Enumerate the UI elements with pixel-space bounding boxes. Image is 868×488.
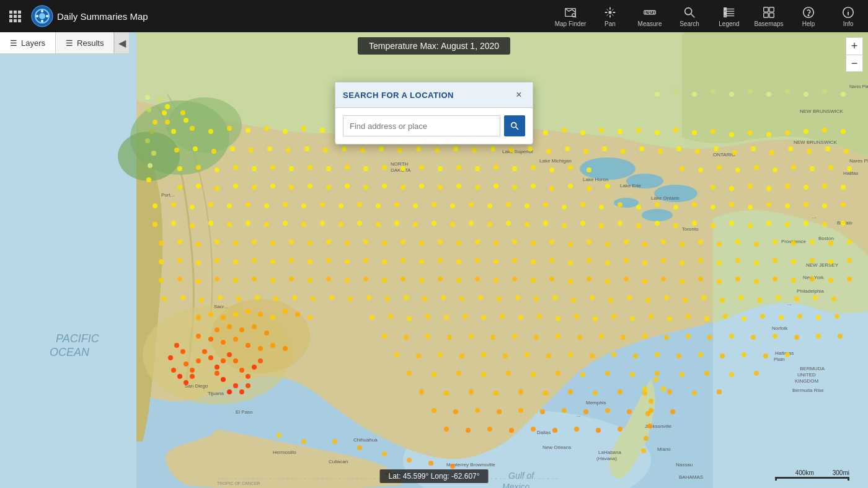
svg-text:Buffalo: Buffalo [837,220,852,226]
zoom-in-button[interactable]: + [846,37,863,55]
help-tool[interactable]: Help [789,0,828,32]
svg-text:Gulf of: Gulf of [508,471,535,481]
svg-point-681 [512,123,516,128]
basemaps-icon [762,6,776,19]
search-modal: SEARCH FOR A LOCATION × [335,82,533,144]
pan-tool[interactable]: Pan [590,0,630,32]
svg-line-9 [575,16,576,17]
svg-text:Culiacan: Culiacan [329,459,348,464]
svg-rect-29 [764,12,768,17]
apps-grid-button[interactable] [0,0,30,32]
sidebar-collapse-button[interactable]: ◀ [114,32,129,53]
map-finder-label: Map Finder [555,20,587,27]
info-icon [841,6,855,19]
svg-text:Port...: Port... [161,192,174,198]
location-search-input[interactable] [343,115,500,136]
help-label: Help [802,20,815,27]
svg-text:LaHabana: LaHabana [598,450,621,455]
scale-line: 400km 300mi [775,469,849,481]
results-tab[interactable]: ☰ Results [56,32,114,53]
map-finder-tool[interactable]: Map Finder [551,0,590,32]
svg-text:Toronto: Toronto [682,226,699,232]
svg-text:Bermuda Rise: Bermuda Rise [792,388,824,393]
search-button-icon [510,121,520,131]
svg-text:Hatteras: Hatteras [775,350,794,356]
svg-text:Lake Erie: Lake Erie [620,183,641,189]
svg-text:Hermosillo: Hermosillo [273,450,296,455]
svg-point-47 [614,198,639,208]
app-title: Daily Summaries Map [57,11,551,22]
svg-text:Mexico: Mexico [502,482,530,488]
svg-text:Monterrey Brownsville: Monterrey Brownsville [446,462,495,468]
top-navigation: Daily Summaries Map Map Finder Pan [0,0,868,32]
svg-text:Lake Superior: Lake Superior [502,149,533,154]
svg-text:Memphis: Memphis [586,400,606,406]
layers-tab[interactable]: ☰ Layers [0,32,56,53]
svg-point-6 [46,15,48,17]
search-modal-close-button[interactable]: × [513,89,525,101]
search-modal-title: SEARCH FOR A LOCATION [343,91,454,100]
svg-text:Tijuana: Tijuana [208,391,224,396]
svg-text:...: ... [577,412,581,418]
scale-bar: 400km 300mi [775,469,849,481]
svg-rect-26 [724,14,727,17]
scale-label-mi: 300mi [833,469,849,476]
svg-text:Miami: Miami [657,446,671,452]
svg-point-4 [41,20,43,22]
coordinates-badge: Lat: 45.599° Long: -62.607° [379,469,488,483]
measure-tool[interactable]: Measure [630,0,670,32]
legend-icon [722,6,736,19]
nav-tools: Map Finder Pan Measure [551,0,868,32]
info-tool[interactable]: Info [828,0,868,32]
svg-text:New Orleans: New Orleans [542,445,571,450]
location-search-button[interactable] [504,115,525,136]
svg-text:Lake Michigan: Lake Michigan [539,158,572,164]
map-container[interactable]: PACIFIC OCEAN Gulf of Mexico Sacr... San… [0,32,868,488]
zoom-out-button[interactable]: − [846,55,863,72]
noaa-logo [31,5,53,27]
svg-point-49 [211,299,310,373]
collapse-icon: ◀ [118,37,126,49]
svg-point-10 [609,11,611,14]
sidebar: ☰ Layers ☰ Results ◀ [0,32,129,488]
search-label: Search [680,20,699,27]
svg-point-32 [808,14,808,15]
svg-text:ONTARIO: ONTARIO [713,152,735,157]
svg-text:BAHAMAS: BAHAMAS [679,474,703,480]
svg-point-42 [167,97,242,153]
svg-text:UNITED: UNITED [797,372,816,378]
svg-rect-30 [769,12,774,17]
svg-rect-28 [769,7,774,11]
svg-text:Norfolk: Norfolk [772,326,788,331]
layers-icon: ☰ [10,38,17,48]
layers-tab-label: Layers [21,38,45,48]
svg-text:Providence: Providence [781,239,807,244]
map-title-badge: Temperature Max: August 1, 2020 [358,37,510,55]
svg-text:NEW BRUNSWICK: NEW BRUNSWICK [800,109,843,114]
map-finder-icon [564,6,577,19]
svg-point-5 [36,15,38,17]
legend-tool[interactable]: Legend [709,0,749,32]
svg-text:NEW BRUNSWICK: NEW BRUNSWICK [794,140,837,145]
results-icon: ☰ [66,38,73,48]
svg-text:Halifax: Halifax [843,171,858,176]
svg-text:Lake Ontario: Lake Ontario [651,195,680,201]
svg-text:Chihuahua: Chihuahua [353,437,378,443]
results-tab-label: Results [77,38,104,48]
search-modal-body [335,108,533,144]
svg-line-682 [516,127,518,130]
svg-text:Plain: Plain [774,357,785,362]
pan-label: Pan [604,20,616,27]
svg-text:San Diego: San Diego [185,383,208,389]
scale-label-km: 400km [795,469,814,476]
svg-rect-27 [764,7,768,11]
grid-icon [9,11,20,22]
pan-icon [603,6,617,19]
basemaps-tool[interactable]: Basemaps [749,0,789,32]
svg-text:Nassau: Nassau [676,462,693,468]
search-tool[interactable]: Search [670,0,709,32]
svg-text:BERMUDA: BERMUDA [800,366,825,371]
help-icon [802,6,815,19]
svg-text:...: ... [812,214,817,220]
measure-label: Measure [638,20,662,27]
